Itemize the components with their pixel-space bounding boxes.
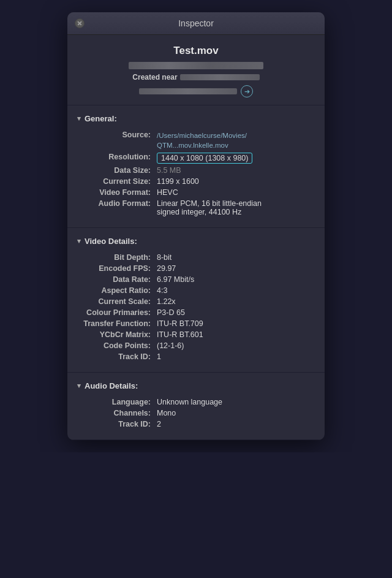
- current-size-label: Current Size:: [77, 177, 157, 186]
- video-row-value: ITU-R BT.601: [157, 330, 315, 339]
- general-chevron: ▾: [77, 115, 81, 123]
- audio-details-header[interactable]: ▾ Audio Details:: [67, 378, 325, 394]
- video-detail-row: Current Scale: 1.22x: [77, 296, 315, 307]
- window-title: Inspector: [178, 18, 214, 28]
- audio-detail-row: Track ID: 2: [77, 419, 315, 430]
- audio-details-label: Audio Details:: [85, 381, 138, 390]
- video-detail-row: Transfer Function: ITU-R BT.709: [77, 318, 315, 329]
- audio-row-value: 2: [157, 420, 315, 428]
- video-row-label: Bit Depth:: [77, 253, 157, 262]
- video-row-value: 6.97 Mbit/s: [157, 275, 315, 284]
- video-row-value: ITU-R BT.709: [157, 319, 315, 328]
- title-bar: Inspector: [67, 12, 325, 35]
- audio-detail-row: Language: Unknown language: [77, 397, 315, 408]
- file-header: Test.mov Created near ➔: [67, 35, 325, 105]
- video-detail-row: Track ID: 1: [77, 351, 315, 362]
- audio-row-value: Mono: [157, 409, 315, 417]
- video-row-value: 8-bit: [157, 253, 315, 262]
- video-detail-row: Encoded FPS: 29.97: [77, 263, 315, 274]
- video-row-value: 4:3: [157, 286, 315, 295]
- video-details-section: ▾ Video Details: Bit Depth: 8-bit Encode…: [67, 228, 325, 373]
- resolution-row: Resolution: 1440 x 1080 (1308 x 980): [77, 151, 315, 165]
- nav-arrow-button[interactable]: ➔: [241, 85, 253, 97]
- general-section-content: Source: /Users/michaelcurse/Movies/ QTM.…: [67, 127, 325, 222]
- created-label: Created near: [132, 73, 177, 82]
- video-format-row: Video Format: HEVC: [77, 187, 315, 198]
- redacted-bar-1: [129, 62, 263, 69]
- video-format-value: HEVC: [157, 188, 315, 197]
- video-detail-row: Code Points: (12-1-6): [77, 340, 315, 351]
- video-format-label: Video Format:: [77, 188, 157, 197]
- source-row: Source: /Users/michaelcurse/Movies/ QTM.…: [77, 129, 315, 151]
- nav-row: ➔: [80, 85, 312, 97]
- current-size-row: Current Size: 1199 x 1600: [77, 176, 315, 187]
- video-row-value: (12-1-6): [157, 341, 315, 350]
- resolution-label: Resolution:: [77, 153, 157, 161]
- video-chevron: ▾: [77, 237, 81, 245]
- general-section-header[interactable]: ▾ General:: [67, 110, 325, 127]
- video-row-value: 1.22x: [157, 297, 315, 306]
- video-row-value: P3-D 65: [157, 308, 315, 317]
- resolution-value: 1440 x 1080 (1308 x 980): [157, 153, 315, 164]
- redacted-created: [180, 74, 260, 80]
- video-row-label: Encoded FPS:: [77, 264, 157, 273]
- resolution-highlight: 1440 x 1080 (1308 x 980): [157, 153, 252, 164]
- current-size-value: 1199 x 1600: [157, 177, 315, 186]
- video-details-label: Video Details:: [85, 237, 137, 246]
- video-row-label: Transfer Function:: [77, 319, 157, 328]
- source-value: /Users/michaelcurse/Movies/ QTM...mov.ln…: [157, 131, 315, 150]
- video-details-header[interactable]: ▾ Video Details:: [67, 233, 325, 249]
- video-detail-row: YCbCr Matrix: ITU-R BT.601: [77, 329, 315, 340]
- audio-detail-row: Channels: Mono: [77, 408, 315, 419]
- video-row-label: Colour Primaries:: [77, 308, 157, 317]
- audio-chevron: ▾: [77, 382, 81, 390]
- close-button[interactable]: [75, 18, 85, 28]
- audio-row-label: Track ID:: [77, 420, 157, 428]
- video-detail-row: Colour Primaries: P3-D 65: [77, 307, 315, 318]
- video-row-label: Aspect Ratio:: [77, 286, 157, 295]
- video-row-label: Code Points:: [77, 341, 157, 350]
- video-row-value: 1: [157, 352, 315, 361]
- data-size-label: Data Size:: [77, 166, 157, 175]
- audio-format-value: Linear PCM, 16 bit little-endian signed …: [157, 199, 315, 216]
- video-detail-row: Bit Depth: 8-bit: [77, 252, 315, 263]
- audio-row-label: Language:: [77, 398, 157, 406]
- video-row-label: Data Rate:: [77, 275, 157, 284]
- video-row-label: YCbCr Matrix:: [77, 330, 157, 339]
- redacted-nav: [139, 88, 237, 94]
- video-row-value: 29.97: [157, 264, 315, 273]
- general-section: ▾ General: Source: /Users/michaelcurse/M…: [67, 105, 325, 228]
- audio-details-section: ▾ Audio Details: Language: Unknown langu…: [67, 373, 325, 440]
- video-details-content: Bit Depth: 8-bit Encoded FPS: 29.97 Data…: [67, 249, 325, 367]
- created-row: Created near: [80, 73, 312, 82]
- audio-format-row: Audio Format: Linear PCM, 16 bit little-…: [77, 198, 315, 218]
- audio-row-value: Unknown language: [157, 398, 315, 406]
- audio-details-content: Language: Unknown language Channels: Mon…: [67, 394, 325, 435]
- video-row-label: Track ID:: [77, 352, 157, 361]
- video-detail-row: Aspect Ratio: 4:3: [77, 285, 315, 296]
- video-detail-row: Data Rate: 6.97 Mbit/s: [77, 274, 315, 285]
- source-label: Source:: [77, 131, 157, 139]
- audio-row-label: Channels:: [77, 409, 157, 417]
- file-name: Test.mov: [80, 45, 312, 57]
- general-section-label: General:: [85, 114, 117, 123]
- data-size-value: 5.5 MB: [157, 166, 315, 175]
- video-row-label: Current Scale:: [77, 297, 157, 306]
- data-size-row: Data Size: 5.5 MB: [77, 165, 315, 176]
- inspector-window: Inspector Test.mov Created near ➔ ▾ Gene…: [67, 12, 325, 440]
- audio-format-label: Audio Format:: [77, 199, 157, 208]
